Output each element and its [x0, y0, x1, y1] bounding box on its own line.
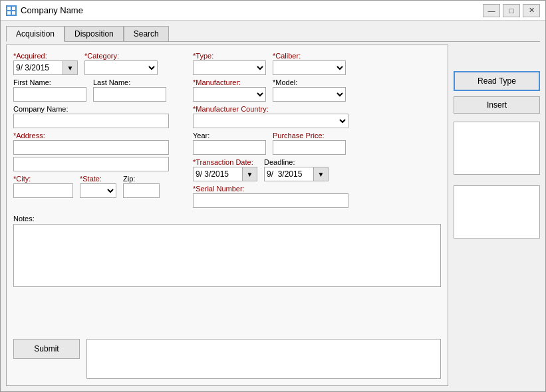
address-group: *Address:	[13, 132, 186, 171]
serial-number-label: *Serial Number:	[193, 185, 441, 193]
company-name-label: Company Name:	[13, 105, 186, 113]
address-input-2[interactable]	[13, 157, 169, 171]
window-controls: — □ ✕	[483, 4, 540, 17]
serial-number-group: *Serial Number:	[193, 185, 441, 208]
caliber-group: *Caliber:	[273, 52, 346, 75]
manufacturer-group: *Manufacturer:	[193, 78, 266, 102]
right-panel: Read Type Insert	[454, 45, 540, 386]
state-select[interactable]	[80, 183, 116, 198]
left-col-1: *Acquired: ▼ *Category:	[13, 52, 186, 208]
type-select[interactable]	[193, 60, 266, 75]
model-label: *Model:	[273, 78, 346, 86]
city-label: *City:	[13, 175, 73, 183]
right-col-1: *Type: *Caliber:	[193, 52, 441, 208]
type-group: *Type:	[193, 52, 266, 75]
transaction-deadline-row: *Transaction Date: ▼ Deadline:	[193, 158, 441, 181]
last-name-group: Last Name:	[93, 78, 166, 102]
company-name-group: Company Name:	[13, 105, 186, 128]
city-input[interactable]	[13, 183, 73, 198]
minimize-button[interactable]: —	[483, 4, 500, 17]
transaction-calendar-btn[interactable]: ▼	[243, 167, 257, 181]
transaction-date-field: ▼	[193, 167, 257, 181]
manufacturer-country-label: *Manufacturer Country:	[193, 105, 441, 113]
acquired-calendar-btn[interactable]: ▼	[63, 60, 78, 75]
type-label: *Type:	[193, 52, 266, 60]
tab-disposition[interactable]: Disposition	[65, 26, 124, 41]
deadline-calendar-btn[interactable]: ▼	[314, 167, 329, 181]
notes-section: Notes:	[13, 215, 441, 332]
model-select[interactable]	[273, 87, 346, 102]
transaction-date-input[interactable]	[193, 167, 243, 181]
deadline-group: Deadline: ▼	[264, 158, 329, 181]
year-label: Year:	[193, 132, 266, 140]
address-input-1[interactable]	[13, 140, 169, 155]
purchase-price-label: Purchase Price:	[273, 132, 346, 140]
acquired-input[interactable]	[13, 60, 63, 75]
serial-number-input[interactable]	[193, 193, 348, 208]
acquired-label: *Acquired:	[13, 52, 78, 60]
form-area: *Acquired: ▼ *Category:	[6, 45, 540, 386]
model-group: *Model:	[273, 78, 346, 102]
svg-rect-1	[7, 7, 11, 10]
window-title: Company Name	[21, 5, 483, 15]
manufacturer-select[interactable]	[193, 87, 266, 102]
manufacturer-model-row: *Manufacturer: *Model:	[193, 78, 441, 102]
year-input[interactable]	[193, 140, 266, 155]
maximize-button[interactable]: □	[503, 4, 520, 17]
app-icon	[6, 5, 17, 16]
svg-rect-4	[12, 11, 15, 15]
first-name-group: First Name:	[13, 78, 86, 102]
category-group: *Category:	[84, 52, 158, 75]
year-group: Year:	[193, 132, 266, 155]
type-caliber-row: *Type: *Caliber:	[193, 52, 441, 75]
bottom-row: Submit	[13, 339, 441, 379]
read-type-button[interactable]: Read Type	[454, 71, 540, 91]
name-row: First Name: Last Name:	[13, 78, 186, 102]
deadline-date-field: ▼	[264, 167, 329, 181]
row-1: *Acquired: ▼ *Category:	[13, 52, 441, 208]
insert-button[interactable]: Insert	[454, 96, 540, 114]
first-name-label: First Name:	[13, 78, 86, 86]
tab-acquisition[interactable]: Acquisition	[6, 26, 65, 42]
right-box-2	[454, 185, 540, 239]
last-name-input[interactable]	[93, 87, 166, 102]
submit-button[interactable]: Submit	[13, 339, 80, 359]
zip-group: Zip:	[123, 175, 160, 198]
year-price-row: Year: Purchase Price:	[193, 132, 441, 155]
address-label: *Address:	[13, 132, 186, 140]
bottom-textarea[interactable]	[86, 339, 441, 379]
notes-textarea[interactable]	[13, 224, 441, 287]
title-bar: Company Name — □ ✕	[1, 1, 545, 21]
form-panel: *Acquired: ▼ *Category:	[6, 45, 448, 386]
close-button[interactable]: ✕	[523, 4, 540, 17]
company-name-input[interactable]	[13, 114, 169, 128]
deadline-label: Deadline:	[264, 158, 329, 166]
svg-rect-2	[12, 7, 15, 10]
svg-rect-3	[7, 11, 11, 15]
deadline-input[interactable]	[264, 167, 314, 181]
state-group: *State:	[80, 175, 116, 198]
first-name-input[interactable]	[13, 87, 86, 102]
zip-label: Zip:	[123, 175, 160, 183]
app-window: Company Name — □ ✕ Acquisition Dispositi…	[0, 0, 546, 392]
manufacturer-country-select[interactable]	[193, 114, 348, 128]
notes-label: Notes:	[13, 215, 441, 223]
transaction-date-label: *Transaction Date:	[193, 158, 257, 166]
city-group: *City:	[13, 175, 73, 198]
manufacturer-country-group: *Manufacturer Country:	[193, 105, 441, 128]
caliber-select[interactable]	[273, 60, 346, 75]
purchase-price-group: Purchase Price:	[273, 132, 346, 155]
purchase-price-input[interactable]	[273, 140, 346, 155]
tab-search[interactable]: Search	[124, 26, 169, 41]
right-box-1	[454, 122, 540, 175]
city-state-zip-row: *City: *State: Zip:	[13, 175, 186, 198]
tab-bar: Acquisition Disposition Search	[6, 26, 540, 42]
acquired-group: *Acquired: ▼	[13, 52, 78, 75]
zip-input[interactable]	[123, 183, 160, 198]
main-content: Acquisition Disposition Search *Acquired…	[1, 21, 545, 391]
state-label: *State:	[80, 175, 116, 183]
category-select[interactable]	[84, 60, 158, 75]
transaction-date-group: *Transaction Date: ▼	[193, 158, 257, 181]
last-name-label: Last Name:	[93, 78, 166, 86]
caliber-label: *Caliber:	[273, 52, 346, 60]
